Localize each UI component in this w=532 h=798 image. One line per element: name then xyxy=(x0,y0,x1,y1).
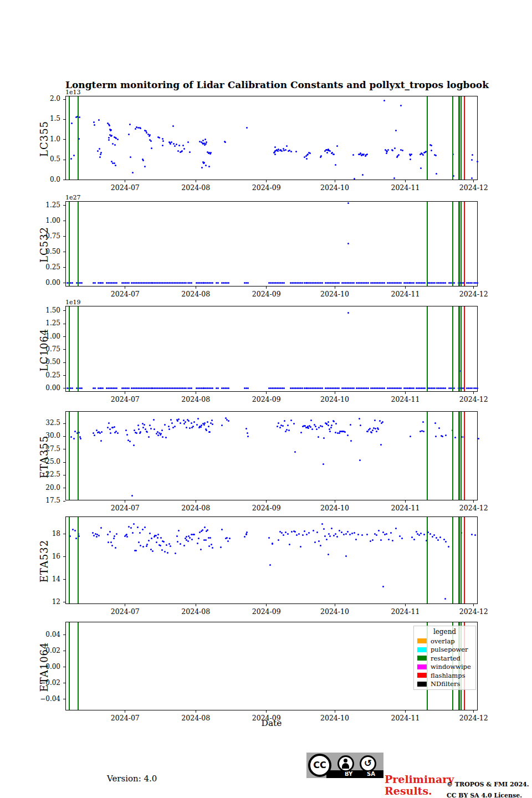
event-line-restarted xyxy=(69,412,70,500)
data-point xyxy=(307,154,309,155)
data-point xyxy=(187,141,189,143)
y-tick-label: 0.50 xyxy=(35,358,60,366)
data-point xyxy=(442,436,443,437)
data-point xyxy=(205,143,207,145)
data-point xyxy=(165,437,167,438)
x-tick-mark xyxy=(125,392,125,394)
event-line-flashlamps xyxy=(464,517,465,603)
data-point xyxy=(168,426,170,427)
event-line-flashlamps xyxy=(464,202,465,286)
y-tick-mark xyxy=(63,349,65,350)
data-point xyxy=(471,159,473,161)
data-point xyxy=(313,530,314,531)
data-point xyxy=(186,427,187,428)
data-point xyxy=(183,420,185,421)
data-point xyxy=(191,387,192,389)
data-point xyxy=(339,432,340,434)
y-tick-label: 30.0 xyxy=(35,432,60,439)
data-point xyxy=(318,540,320,542)
data-point xyxy=(112,143,114,145)
data-point xyxy=(376,534,377,536)
data-point xyxy=(366,154,368,155)
event-line-restarted xyxy=(461,202,462,286)
y-axis-offset-label: 1e13 xyxy=(65,89,81,96)
data-point xyxy=(394,147,396,149)
data-point xyxy=(133,523,135,525)
x-tick-mark xyxy=(266,710,267,713)
data-point xyxy=(431,145,432,146)
data-point xyxy=(374,533,376,535)
x-tick-label: 2024-11 xyxy=(386,607,424,616)
data-point xyxy=(420,533,422,534)
y-tick-label: −0.02 xyxy=(35,679,60,687)
event-line-restarted xyxy=(78,202,79,286)
data-point xyxy=(110,541,112,543)
data-point xyxy=(422,154,424,156)
data-point xyxy=(150,140,152,142)
x-tick-mark xyxy=(196,500,196,503)
data-point xyxy=(209,431,211,433)
data-point xyxy=(208,426,209,427)
data-point xyxy=(74,431,76,432)
y-tick-mark xyxy=(63,667,65,667)
data-point xyxy=(128,282,130,284)
data-point xyxy=(328,533,330,535)
data-point xyxy=(382,531,384,533)
data-point xyxy=(144,166,146,167)
data-point xyxy=(478,438,479,439)
data-point xyxy=(244,536,245,538)
y-axis-offset-label: 1e19 xyxy=(65,299,81,306)
data-point xyxy=(92,532,94,534)
data-point xyxy=(132,532,134,534)
data-point xyxy=(418,534,420,536)
data-point xyxy=(341,531,342,533)
x-tick-label: 2024-09 xyxy=(247,290,286,298)
data-point xyxy=(200,549,202,550)
x-tick-mark xyxy=(335,604,335,606)
data-point xyxy=(413,387,415,389)
data-point xyxy=(100,152,102,154)
data-point xyxy=(423,534,425,535)
data-point xyxy=(328,424,329,426)
data-point xyxy=(279,427,281,428)
x-tick-label: 2024-07 xyxy=(106,504,145,512)
data-point xyxy=(434,387,436,389)
data-point xyxy=(291,531,293,533)
data-point xyxy=(432,536,433,538)
data-point xyxy=(113,538,115,539)
data-point xyxy=(129,441,131,442)
data-point xyxy=(298,533,300,535)
data-point xyxy=(71,122,73,124)
data-point xyxy=(388,539,390,540)
x-tick-label: 2024-09 xyxy=(247,607,286,616)
legend-swatch xyxy=(417,656,427,661)
data-point xyxy=(371,432,372,433)
data-point xyxy=(436,173,437,175)
y-tick-mark xyxy=(63,462,65,463)
data-point xyxy=(102,282,104,284)
data-point xyxy=(321,523,323,525)
data-point xyxy=(294,451,296,453)
data-point xyxy=(361,534,363,536)
data-point xyxy=(116,282,117,284)
data-point xyxy=(245,428,247,429)
x-tick-mark xyxy=(266,392,267,394)
data-point xyxy=(116,387,117,389)
chart-eta532: ETA532121416182024-072024-082024-092024-… xyxy=(65,516,478,604)
data-point xyxy=(383,282,385,284)
data-point xyxy=(300,432,302,433)
data-point xyxy=(277,150,279,152)
x-tick-mark xyxy=(405,710,406,713)
event-line-restarted xyxy=(458,96,460,180)
legend-entry-ndfilters: NDfilters xyxy=(417,680,472,689)
y-tick-mark xyxy=(63,362,65,363)
data-point xyxy=(269,564,271,566)
data-point xyxy=(100,527,102,529)
data-point xyxy=(181,150,183,152)
data-point xyxy=(193,421,195,423)
data-point xyxy=(400,387,402,389)
data-point xyxy=(321,282,323,284)
x-tick-mark xyxy=(125,604,125,606)
data-point xyxy=(208,545,210,547)
data-point xyxy=(347,312,349,314)
